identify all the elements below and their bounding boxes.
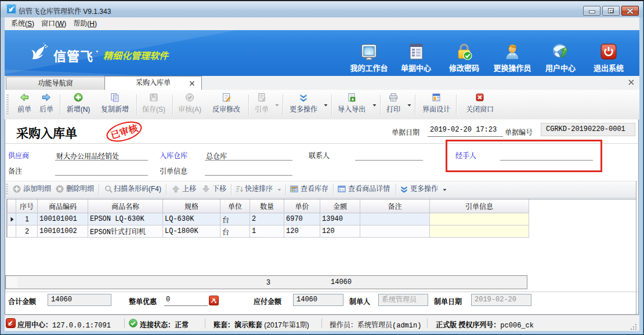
svg-text:已审核: 已审核 [109,122,139,141]
